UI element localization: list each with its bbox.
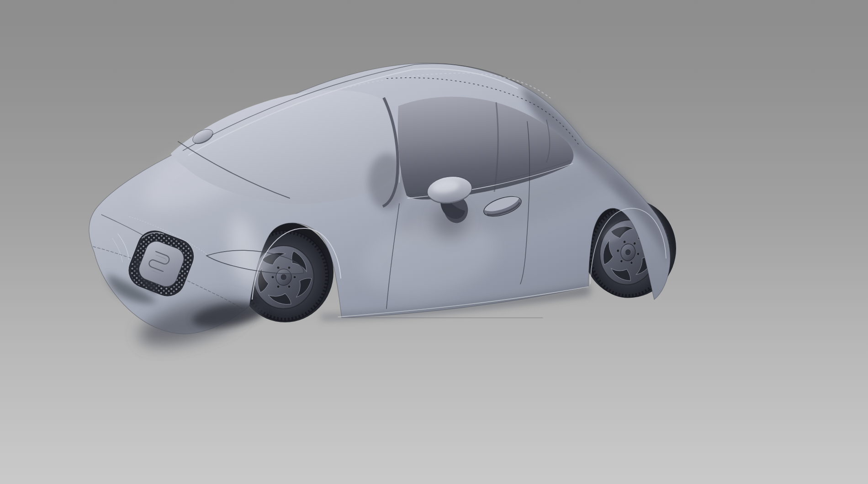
3d-viewport[interactable]: Monochrome CAD-style studio render of a …: [0, 0, 868, 484]
mirror-shadow: [433, 205, 467, 238]
car-render: [0, 0, 868, 484]
